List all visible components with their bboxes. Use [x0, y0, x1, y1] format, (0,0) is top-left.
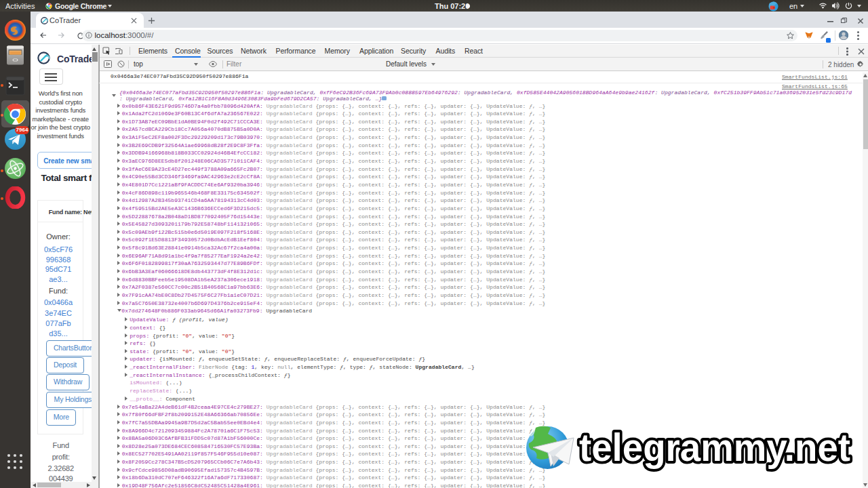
svg-text:telegrammy.net: telegrammy.net — [579, 426, 850, 469]
